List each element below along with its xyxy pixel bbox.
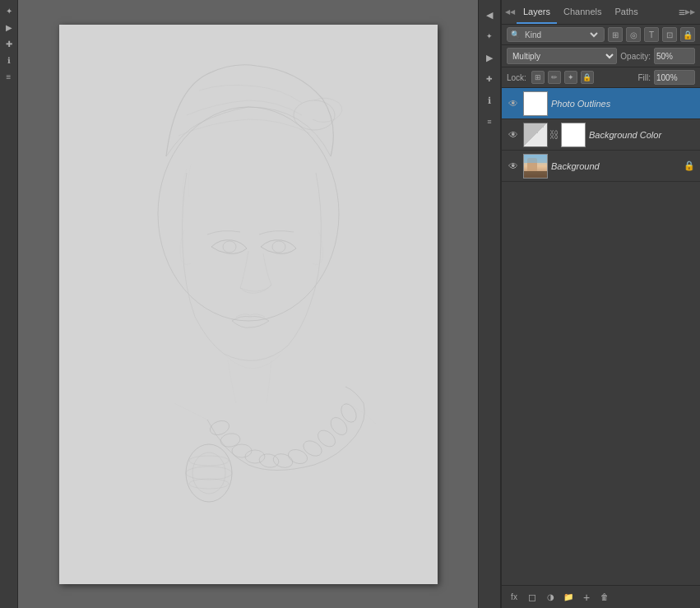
tool-add[interactable]: ✚	[2, 36, 16, 51]
layers-list: 👁 Photo Outlines 👁 ⛓ Background Color 👁	[502, 88, 700, 585]
canvas-wrapper	[59, 25, 438, 584]
footer-adjustment-btn[interactable]: ◑	[543, 590, 558, 605]
side-tool-3[interactable]: ▶	[481, 49, 498, 66]
fill-label: Fill:	[637, 73, 651, 82]
panel-collapse-left[interactable]: ◀◀	[505, 8, 513, 16]
layer-name-background: Background	[551, 161, 680, 171]
panel-collapse-right[interactable]: ▶▶	[685, 8, 693, 16]
svg-rect-0	[59, 25, 438, 584]
tool-info[interactable]: ℹ	[2, 53, 16, 67]
layer-visibility-photo-outlines[interactable]: 👁	[507, 97, 520, 110]
opacity-label: Opacity:	[620, 52, 651, 61]
panel-tabs: ◀◀ Layers Channels Paths ≡ ▶▶	[502, 0, 700, 25]
filter-btn-2[interactable]: ◎	[626, 27, 641, 42]
search-icon: 🔍	[511, 30, 520, 39]
canvas-area	[18, 0, 478, 608]
side-tool-5[interactable]: ℹ	[481, 92, 498, 109]
fill-input[interactable]	[654, 70, 695, 85]
lock-row: Lock: ⊞ ✏ ✦ 🔒 Fill:	[502, 67, 700, 88]
layer-item-background[interactable]: 👁 Background 🔒	[502, 151, 700, 182]
left-toolbar: ✦ ▶ ✚ ℹ ≡	[0, 0, 18, 608]
layer-thumbnail-photo-outlines	[523, 91, 548, 116]
lock-label: Lock:	[507, 73, 526, 82]
lock-artboard-btn[interactable]: 🔒	[581, 71, 594, 84]
footer-new-layer-btn[interactable]: +	[579, 590, 594, 605]
side-tool-4[interactable]: ✚	[481, 71, 498, 87]
lock-move-btn[interactable]: ✦	[564, 71, 577, 84]
tab-paths[interactable]: Paths	[609, 0, 645, 24]
filter-btn-5[interactable]: 🔒	[680, 27, 695, 42]
footer-group-btn[interactable]: 📁	[561, 590, 576, 605]
tool-move[interactable]: ▶	[2, 20, 16, 35]
tab-layers[interactable]: Layers	[517, 0, 557, 24]
layer-visibility-background-color[interactable]: 👁	[507, 128, 520, 142]
filter-btn-4[interactable]: ⊡	[662, 27, 677, 42]
layer-thumbnail-background	[523, 154, 548, 179]
canvas-sketch	[59, 25, 438, 584]
tool-layers[interactable]: ≡	[2, 69, 16, 84]
lock-position-btn[interactable]: ⊞	[531, 71, 545, 84]
blend-row: Multiply Normal Screen Overlay Soft Ligh…	[502, 45, 700, 67]
filter-btn-1[interactable]: ⊞	[608, 27, 623, 42]
side-collapse-left[interactable]: ◀	[481, 7, 498, 23]
panel-footer: fx ◻ ◑ 📁 + 🗑	[502, 585, 700, 608]
footer-mask-btn[interactable]: ◻	[525, 590, 540, 605]
panel-menu-button[interactable]: ≡	[679, 6, 685, 19]
footer-fx-btn[interactable]: fx	[507, 590, 522, 605]
layer-name-background-color: Background Color	[589, 130, 695, 140]
layer-name-photo-outlines: Photo Outlines	[551, 99, 695, 109]
layer-item-background-color[interactable]: 👁 ⛓ Background Color	[502, 119, 700, 151]
kind-select[interactable]: Kind Name Effect Mode Attribute Color	[522, 30, 600, 40]
layer-lock-icon: 🔒	[684, 160, 695, 171]
footer-delete-btn[interactable]: 🗑	[597, 590, 612, 605]
side-toolbar: ◀ ✦ ▶ ✚ ℹ ≡	[478, 0, 501, 608]
blend-mode-select[interactable]: Multiply Normal Screen Overlay Soft Ligh…	[507, 48, 617, 64]
lock-draw-btn[interactable]: ✏	[548, 71, 561, 84]
opacity-input[interactable]	[654, 48, 695, 64]
search-box[interactable]: 🔍 Kind Name Effect Mode Attribute Color	[507, 27, 605, 42]
tab-channels[interactable]: Channels	[557, 0, 608, 24]
layer-chain-icon: ⛓	[549, 129, 559, 141]
layer-thumbnail-bg-color	[523, 123, 548, 147]
search-row: 🔍 Kind Name Effect Mode Attribute Color …	[502, 25, 700, 45]
tool-brush[interactable]: ✦	[2, 3, 16, 18]
layer-item-photo-outlines[interactable]: 👁 Photo Outlines	[502, 88, 700, 119]
side-tool-6[interactable]: ≡	[481, 114, 498, 130]
layer-mask-bg-color	[561, 123, 586, 147]
side-tool-2[interactable]: ✦	[481, 28, 498, 44]
layer-visibility-background[interactable]: 👁	[507, 160, 520, 173]
filter-btn-3[interactable]: T	[644, 27, 659, 42]
right-panel: ◀◀ Layers Channels Paths ≡ ▶▶ 🔍 Kind Nam…	[501, 0, 700, 608]
